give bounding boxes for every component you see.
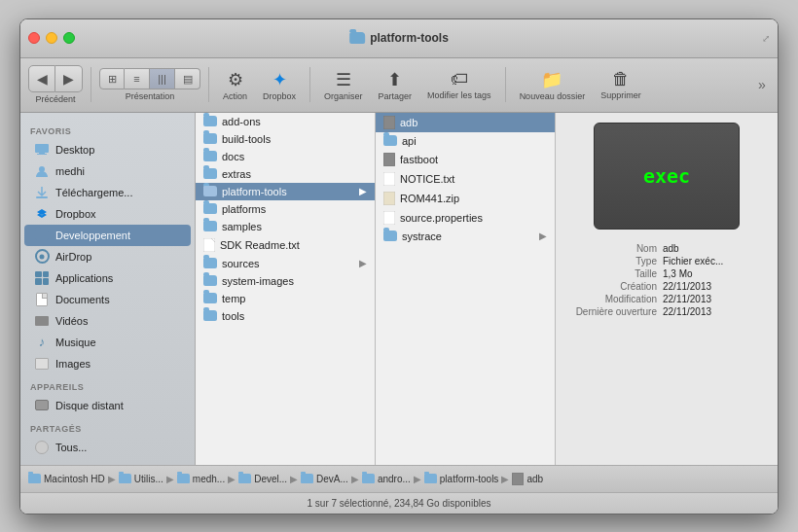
- videos-icon: [34, 313, 50, 329]
- sidebar-item-developpement-label: Developpement: [55, 230, 130, 241]
- nav-arrows: ◀ ▶: [28, 65, 83, 92]
- sidebar-item-dropbox[interactable]: Dropbox: [24, 203, 191, 225]
- breadcrumb-item[interactable]: medh...: [177, 474, 225, 484]
- sidebar-item-airdrop[interactable]: AirDrop: [24, 246, 191, 267]
- list-item[interactable]: systrace ▶: [376, 228, 555, 245]
- status-text: 1 sur 7 sélectionné, 234,84 Go disponibl…: [307, 498, 490, 509]
- sidebar-item-applications-label: Applications: [55, 272, 113, 284]
- list-item[interactable]: platform-tools ▶: [196, 183, 375, 200]
- folder-icon: [203, 258, 217, 268]
- new-folder-label: Nouveau dossier: [520, 91, 586, 101]
- forward-button[interactable]: ▶: [55, 65, 83, 92]
- info-row-nom: Nom adb: [565, 243, 768, 254]
- breadcrumb-sep: ▶: [166, 474, 174, 484]
- sidebar-item-videos[interactable]: Vidéos: [24, 310, 191, 332]
- list-item[interactable]: samples: [196, 218, 375, 235]
- sidebar-item-developpement[interactable]: Developpement: [24, 225, 191, 246]
- sidebar-item-documents[interactable]: Documents: [24, 289, 191, 310]
- sidebar-item-medhi[interactable]: medhi: [24, 160, 191, 182]
- sidebar: FAVORIS Desktop medhi Téléchargeme...: [20, 113, 196, 465]
- shared-label: PARTAGÉS: [20, 416, 195, 437]
- title-folder-icon: [349, 32, 365, 44]
- dev-folder-icon: [34, 228, 50, 243]
- view-flow-btn[interactable]: ▤: [175, 68, 200, 89]
- share-icon: ⬆: [387, 69, 402, 90]
- sidebar-item-applications[interactable]: Applications: [24, 267, 191, 289]
- list-item[interactable]: SDK Readme.txt: [196, 235, 375, 255]
- sidebar-item-all[interactable]: Tous...: [24, 437, 191, 458]
- sidebar-item-disk[interactable]: Disque distant: [24, 395, 191, 416]
- downloads-icon: [34, 185, 50, 200]
- devices-label: APPAREILS: [20, 374, 195, 395]
- folder-icon: [203, 133, 217, 144]
- organize-button[interactable]: ☰ Organiser: [318, 65, 369, 105]
- list-item[interactable]: platforms: [196, 200, 375, 218]
- svg-rect-6: [383, 116, 395, 129]
- minimize-button[interactable]: [46, 32, 57, 44]
- back-button[interactable]: ◀: [28, 65, 55, 92]
- sidebar-item-images[interactable]: Images: [24, 353, 191, 374]
- list-item[interactable]: sources ▶: [196, 255, 375, 272]
- separator-1: [91, 67, 91, 102]
- breadcrumb-item[interactable]: Devel...: [238, 474, 287, 484]
- status-bar: 1 sur 7 sélectionné, 234,84 Go disponibl…: [20, 492, 778, 514]
- action-button[interactable]: ⚙ Action: [217, 65, 253, 105]
- sidebar-item-downloads[interactable]: Téléchargeme...: [24, 182, 191, 203]
- view-column-btn[interactable]: |||: [150, 68, 175, 89]
- folder-icon: [203, 310, 217, 321]
- maximize-button[interactable]: [63, 32, 75, 44]
- delete-button[interactable]: 🗑 Supprimer: [595, 65, 647, 104]
- folder-icon: [383, 135, 397, 146]
- list-item[interactable]: tools: [196, 307, 375, 325]
- list-item[interactable]: add-ons: [196, 113, 375, 130]
- list-item[interactable]: system-images: [196, 272, 375, 290]
- list-item[interactable]: fastboot: [376, 150, 555, 169]
- list-item[interactable]: NOTICE.txt: [376, 169, 555, 189]
- sidebar-item-all-label: Tous...: [55, 442, 87, 453]
- breadcrumb-item[interactable]: Utilis...: [119, 474, 163, 484]
- toolbar-overflow[interactable]: »: [754, 77, 770, 92]
- breadcrumb: Macintosh HD ▶ Utilis... ▶ medh... ▶ Dev…: [20, 465, 778, 492]
- list-item[interactable]: source.properties: [376, 208, 555, 228]
- close-button[interactable]: [28, 32, 40, 44]
- sidebar-item-music[interactable]: ♪ Musique: [24, 332, 191, 353]
- list-item[interactable]: extras: [196, 165, 375, 183]
- resize-icon[interactable]: ⤢: [762, 33, 770, 44]
- images-icon: [34, 356, 50, 372]
- titlebar: platform-tools ⤢: [20, 19, 778, 58]
- list-item[interactable]: temp: [196, 290, 375, 307]
- info-row-type: Type Fichier exéc...: [565, 256, 768, 266]
- sidebar-item-music-label: Musique: [55, 337, 96, 348]
- list-item[interactable]: docs: [196, 148, 375, 165]
- new-folder-button[interactable]: 📁 Nouveau dossier: [514, 65, 592, 105]
- list-item[interactable]: api: [376, 132, 555, 150]
- share-button[interactable]: ⬆ Partager: [373, 65, 418, 105]
- folder-icon: [203, 116, 217, 126]
- breadcrumb-item[interactable]: andro...: [362, 474, 411, 484]
- separator-2: [208, 67, 209, 102]
- exec-file-icon: [383, 116, 395, 129]
- breadcrumb-folder-icon: [424, 474, 437, 483]
- view-icon-btn[interactable]: ⊞: [99, 68, 125, 89]
- list-item[interactable]: ROM441.zip: [376, 189, 555, 208]
- breadcrumb-item[interactable]: DevA...: [301, 474, 348, 484]
- view-list-btn[interactable]: ≡: [125, 68, 150, 89]
- creation-label: Création: [565, 281, 663, 292]
- last-open-label: Dernière ouverture: [565, 306, 663, 317]
- modify-tags-label: Modifier les tags: [427, 90, 491, 100]
- folder-icon: [203, 168, 217, 179]
- dropbox-button[interactable]: ✦ Dropbox: [257, 65, 302, 105]
- breadcrumb-item[interactable]: Macintosh HD: [28, 474, 105, 484]
- list-item[interactable]: adb: [376, 113, 555, 132]
- sidebar-item-images-label: Images: [55, 358, 91, 370]
- breadcrumb-folder-icon: [301, 474, 313, 483]
- modify-tags-button[interactable]: 🏷 Modifier les tags: [421, 65, 497, 104]
- file-icon: [383, 153, 395, 166]
- view-buttons: ⊞ ≡ ||| ▤ Présentation: [99, 68, 200, 101]
- sidebar-item-desktop[interactable]: Desktop: [24, 139, 191, 160]
- svg-rect-8: [383, 172, 395, 186]
- breadcrumb-item[interactable]: platform-tools: [424, 474, 499, 484]
- breadcrumb-folder-icon: [28, 474, 41, 483]
- breadcrumb-item[interactable]: adb: [512, 473, 543, 485]
- list-item[interactable]: build-tools: [196, 130, 375, 148]
